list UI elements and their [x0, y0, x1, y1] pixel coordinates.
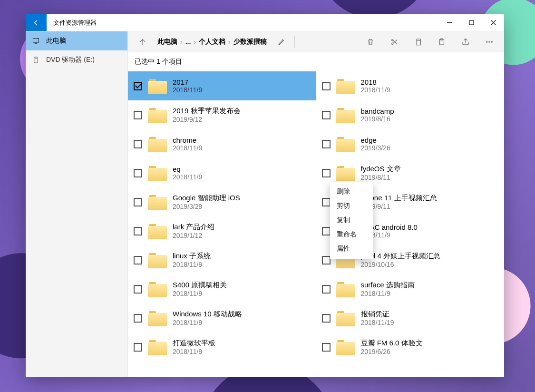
folder-date: 2018/11/9: [173, 348, 215, 355]
folder-icon: [336, 136, 355, 152]
folder-name: 2017: [173, 78, 202, 86]
crumb[interactable]: 少数派撰稿: [233, 38, 267, 46]
checkbox[interactable]: [134, 169, 142, 177]
checkbox[interactable]: [322, 256, 331, 265]
folder-item[interactable]: 20182018/11/9: [316, 71, 505, 100]
folder-item[interactable]: surface 选购指南2018/11/9: [316, 274, 505, 304]
minimize-icon: [447, 20, 452, 25]
up-button[interactable]: [131, 31, 155, 52]
folder-name: edge: [361, 136, 390, 144]
crumb[interactable]: ...: [185, 38, 191, 46]
folder-name: chrome: [173, 136, 202, 144]
folder-item[interactable]: bandcamp2019/8/16: [316, 100, 505, 129]
folder-date: 2019/3/29: [173, 203, 240, 210]
file-explorer-window: 文件资源管理器 此电脑 DVD 驱动器 (E:): [26, 14, 504, 377]
breadcrumb[interactable]: 此电脑 › ... › 个人文档 › 少数派撰稿: [155, 38, 270, 46]
sidebar-item-dvd[interactable]: DVD 驱动器 (E:): [26, 50, 127, 69]
checkbox[interactable]: [322, 140, 331, 148]
folder-item[interactable]: 打造微软平板2018/11/9: [128, 333, 316, 362]
copy-button[interactable]: [406, 31, 430, 52]
context-menu-item-rename[interactable]: 重命名: [330, 227, 373, 242]
folder-item[interactable]: S400 原撰稿相关2018/11/9: [128, 274, 316, 304]
checkbox[interactable]: [134, 82, 142, 90]
folder-item[interactable]: 报销凭证2018/11/19: [316, 304, 505, 333]
folder-item[interactable]: Windows 10 移动战略2018/11/9: [128, 304, 316, 333]
close-icon: [491, 20, 496, 25]
maximize-button[interactable]: [460, 14, 482, 31]
svg-point-8: [486, 41, 487, 42]
context-menu-item-delete[interactable]: 删除: [330, 185, 373, 199]
context-menu-item-props[interactable]: 属性: [330, 242, 373, 256]
context-menu-item-cut[interactable]: 剪切: [330, 199, 373, 213]
folder-item[interactable]: chrome2018/11/9: [128, 129, 316, 158]
checkbox[interactable]: [134, 285, 142, 294]
folder-date: 2018/11/9: [173, 290, 227, 297]
folder-item[interactable]: eq2018/11/9: [128, 158, 316, 187]
sidebar: 此电脑 DVD 驱动器 (E:): [26, 31, 128, 377]
checkbox[interactable]: [134, 111, 142, 119]
folder-item[interactable]: Google 智能助理 iOS2019/3/29: [128, 187, 316, 216]
folder-item[interactable]: 2019 秋季苹果发布会2019/9/12: [128, 100, 316, 129]
checkbox[interactable]: [134, 227, 142, 235]
crumb[interactable]: 个人文档: [199, 38, 225, 46]
folder-icon: [148, 78, 167, 94]
folder-item[interactable]: linux 子系统2018/11/9: [128, 245, 316, 274]
folder-icon: [148, 107, 167, 123]
folder-name: surface 选购指南: [361, 281, 415, 290]
copy-icon: [414, 38, 422, 46]
checkbox[interactable]: [322, 343, 331, 352]
crumb[interactable]: 此电脑: [157, 38, 177, 46]
folder-icon: [148, 281, 167, 297]
folder-icon: [148, 223, 167, 239]
folder-item[interactable]: lark 产品介绍2019/1/12: [128, 216, 316, 245]
folder-date: 2018/11/9: [361, 86, 390, 94]
folder-icon: [336, 310, 355, 326]
folder-item[interactable]: 豆瓣 FM 6.0 体验文2019/6/26: [316, 333, 505, 362]
folder-icon: [148, 339, 167, 355]
checkbox[interactable]: [134, 256, 142, 265]
minimize-button[interactable]: [438, 14, 460, 31]
checkbox[interactable]: [134, 343, 142, 352]
folder-item[interactable]: edge2019/3/26: [316, 129, 505, 158]
folder-name: lark 产品介绍: [173, 223, 214, 232]
toolbar: 此电脑 › ... › 个人文档 › 少数派撰稿: [128, 31, 504, 52]
sidebar-item-this-pc[interactable]: 此电脑: [26, 31, 127, 50]
paste-button[interactable]: [430, 31, 454, 52]
close-button[interactable]: [482, 14, 504, 31]
checkbox[interactable]: [322, 111, 331, 119]
checkbox[interactable]: [134, 198, 142, 206]
folder-date: 2018/11/9: [173, 319, 242, 326]
checkbox[interactable]: [134, 314, 142, 323]
more-button[interactable]: [477, 31, 501, 52]
monitor-icon: [32, 37, 39, 45]
sidebar-item-label: 此电脑: [46, 37, 66, 45]
cut-button[interactable]: [382, 31, 406, 52]
delete-button[interactable]: [359, 31, 382, 52]
folder-date: 2018/11/9: [173, 144, 202, 152]
folder-column-left: 20172018/11/92019 秋季苹果发布会2019/9/12chrome…: [128, 71, 316, 377]
folder-icon: [148, 165, 167, 181]
folder-date: 2018/11/9: [173, 86, 202, 94]
folder-icon: [148, 252, 167, 268]
context-menu-item-copy[interactable]: 复制: [330, 213, 373, 227]
checkbox[interactable]: [134, 140, 142, 148]
checkbox[interactable]: [322, 82, 331, 90]
folder-name: bandcamp: [361, 107, 394, 115]
folder-name: S400 原撰稿相关: [173, 281, 227, 290]
context-menu: 删除 剪切 复制 重命名 属性: [330, 182, 373, 259]
edit-path-button[interactable]: [270, 31, 293, 52]
checkbox[interactable]: [322, 198, 331, 206]
arrow-left-icon: [32, 19, 40, 27]
back-button[interactable]: [26, 14, 47, 31]
svg-rect-5: [417, 40, 420, 45]
clipboard-icon: [438, 38, 446, 46]
svg-rect-1: [33, 39, 39, 42]
checkbox[interactable]: [322, 169, 331, 177]
checkbox[interactable]: [322, 227, 331, 235]
checkbox[interactable]: [322, 285, 331, 294]
share-button[interactable]: [454, 31, 477, 52]
folder-item[interactable]: 20172018/11/9: [128, 71, 316, 100]
checkbox[interactable]: [322, 314, 331, 323]
status-bar: 已选中 1 个项目: [128, 52, 504, 71]
folder-date: 2019/6/26: [361, 348, 423, 355]
